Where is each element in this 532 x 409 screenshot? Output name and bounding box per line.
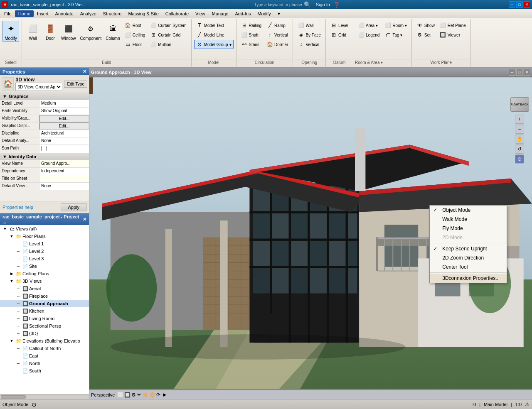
tree-floor-plans[interactable]: ▼ 📁 Floor Plans: [0, 233, 89, 240]
analyze-menu[interactable]: Analyze: [77, 10, 100, 17]
tree-kitchen[interactable]: ─ 🔲 Kitchen: [0, 307, 89, 315]
modify-menu[interactable]: Modify: [254, 10, 274, 17]
stairs-btn[interactable]: ⚯ Stairs: [239, 40, 264, 49]
by-face-btn[interactable]: ◈ By Face: [296, 30, 323, 39]
ctx-fly-mode[interactable]: Fly Mode: [430, 224, 507, 233]
graphic-displ-edit-btn[interactable]: Edit...: [39, 122, 89, 130]
tree-level1[interactable]: ─ 📄 Level 1: [0, 240, 89, 247]
window-btn[interactable]: ⬛ Window: [59, 21, 78, 42]
maximize-btn[interactable]: □: [516, 1, 523, 8]
shaft-btn[interactable]: ⬜ Shaft: [239, 30, 264, 39]
view-dropdown[interactable]: 3D View: Ground Ap: [15, 83, 62, 91]
file-menu[interactable]: File: [1, 10, 15, 17]
zoom-out-btn[interactable]: −: [515, 125, 524, 134]
graphics-section-header[interactable]: ▼ Graphics: [0, 93, 89, 100]
railing-btn[interactable]: ⊟ Railing: [239, 21, 264, 30]
pan-btn[interactable]: ✋: [515, 135, 524, 144]
model-group-dropdown[interactable]: ▾: [229, 42, 232, 47]
vp-icon3[interactable]: ⚙: [131, 392, 136, 398]
viewer-btn[interactable]: 🔲 Viewer: [438, 30, 468, 39]
ctx-2d-zoom-direction[interactable]: 2D Zoom Direction: [430, 253, 507, 262]
wall-btn[interactable]: ⬜ Wall: [25, 21, 41, 42]
tree-3d-views[interactable]: ▼ 📁 3D Views: [0, 277, 89, 285]
structure-menu[interactable]: Structure: [100, 10, 125, 17]
tree-north[interactable]: ─ 📄 North: [0, 360, 89, 367]
tree-site[interactable]: ─ 📄 Site: [0, 262, 89, 270]
tree-south[interactable]: ─ 📄 South: [0, 367, 89, 375]
tree-level3[interactable]: ─ 📄 Level 3: [0, 255, 89, 262]
default-view-value[interactable]: None: [39, 183, 89, 190]
tag-btn[interactable]: 🏷 Tag ▾: [382, 30, 409, 39]
tree-level2[interactable]: ─ 📄 Level 2: [0, 247, 89, 255]
legend-btn[interactable]: ⬜ Legend: [356, 30, 382, 39]
wall-opening-btn[interactable]: ⬜ Wall: [296, 21, 323, 30]
sun-path-checkbox[interactable]: [41, 146, 47, 151]
set-btn[interactable]: ⚙ Set: [414, 30, 437, 39]
tree-sectional-persp[interactable]: ─ 🔲 Sectional Persp: [0, 322, 89, 330]
addins-menu[interactable]: Add-Ins: [232, 10, 254, 17]
ceiling-btn[interactable]: ⬜ Ceiling: [123, 30, 148, 39]
sun-path-value[interactable]: [39, 145, 89, 153]
mullion-btn[interactable]: ⬜ Mullion: [148, 40, 188, 49]
tree-scrollbar[interactable]: [0, 394, 89, 399]
tree-elevations[interactable]: ▼ 📁 Elevations (Building Elevatio: [0, 337, 89, 345]
level-btn[interactable]: ⊟ Level: [328, 21, 350, 30]
room-area-dropdown[interactable]: ▾: [381, 60, 383, 65]
viewport-canvas[interactable]: RIGHT BACK + − ✋ ↺ ⊙ Object Mode Walk Mo…: [89, 76, 532, 390]
vertical-opening-btn[interactable]: ↕ Vertical: [296, 40, 323, 49]
room-btn[interactable]: ⬜ Room ▾: [382, 21, 409, 30]
tree-fireplace[interactable]: ─ 🔲 Fireplace: [0, 292, 89, 300]
tree-3d[interactable]: ─ 🔲 {3D}: [0, 330, 89, 337]
vp-icon5[interactable]: 🔅: [142, 392, 148, 398]
project-browser-close[interactable]: ✕: [83, 217, 86, 222]
roof-btn[interactable]: 🏠 Roof: [123, 21, 148, 30]
vp-icon1[interactable]: ⬜: [117, 392, 123, 398]
ribbon-toggle[interactable]: ▾: [276, 11, 282, 17]
tree-views-all[interactable]: ▼ 🗁 Views (all): [0, 225, 89, 233]
identity-section-header[interactable]: ▼ Identity Data: [0, 153, 89, 160]
ctx-object-mode[interactable]: Object Mode: [430, 206, 507, 215]
area-btn[interactable]: ⬜ Area ▾: [356, 21, 382, 30]
search-icon[interactable]: 🔍: [304, 1, 311, 8]
modify-btn[interactable]: ✦ Modify: [2, 21, 19, 42]
collaborate-menu[interactable]: Collaborate: [162, 10, 192, 17]
view-menu[interactable]: View: [192, 10, 209, 17]
vp-icon2[interactable]: 🔲: [124, 392, 131, 398]
vp-icon4[interactable]: ☀: [137, 392, 141, 398]
title-sheet-value[interactable]: [39, 175, 89, 182]
component-btn[interactable]: ⚙ Component: [79, 21, 103, 42]
tree-living-room[interactable]: ─ 🔲 Living Room: [0, 315, 89, 322]
grid-btn[interactable]: ⊞ Grid: [328, 30, 350, 39]
detail-level-value[interactable]: Medium: [39, 100, 89, 107]
dormer-btn[interactable]: 🏠 Dormer: [264, 40, 290, 49]
edit-type-button[interactable]: Edit Type: [64, 81, 87, 88]
curtain-system-btn[interactable]: ⬜ Curtain System: [148, 21, 188, 30]
annotate-menu[interactable]: Annotate: [52, 10, 77, 17]
help-btn[interactable]: ❓: [333, 2, 340, 8]
insert-menu[interactable]: Insert: [34, 10, 52, 17]
vp-icon7[interactable]: ⟳: [156, 392, 160, 398]
model-line-btn[interactable]: ╱ Model Line: [194, 30, 234, 39]
properties-help-link[interactable]: Properties help: [2, 205, 33, 210]
3d-nav-btn[interactable]: ⊙: [515, 154, 524, 164]
default-analy-value[interactable]: None: [39, 137, 89, 144]
ctx-keep-scene-upright[interactable]: Keep Scene Upright: [430, 244, 507, 253]
model-text-btn[interactable]: T Model Text: [194, 21, 234, 30]
parts-visibility-value[interactable]: Show Original: [39, 108, 89, 115]
tree-ground-approach[interactable]: ─ 🔲 Ground Approach: [0, 300, 89, 307]
tree-callout-north[interactable]: ─ 📄 Callout of North: [0, 345, 89, 352]
ctx-walk-mode[interactable]: Walk Mode: [430, 215, 507, 224]
rotate-btn[interactable]: ↺: [515, 144, 524, 154]
close-btn[interactable]: ✕: [524, 1, 530, 8]
tree-aerial[interactable]: ─ 🔲 Aerial: [0, 285, 89, 292]
ref-plane-btn[interactable]: ⬜ Ref Plane: [438, 21, 468, 30]
zoom-in-btn[interactable]: +: [515, 115, 524, 124]
discipline-value[interactable]: Architectural: [39, 130, 89, 137]
home-menu[interactable]: Home: [15, 10, 34, 17]
massing-menu[interactable]: Massing & Site: [125, 10, 162, 17]
tree-east[interactable]: ─ 📄 East: [0, 352, 89, 360]
floor-btn[interactable]: ▭ Floor: [123, 40, 148, 49]
minimize-btn[interactable]: ─: [509, 1, 515, 8]
viewport-restore[interactable]: □: [516, 69, 523, 76]
apply-button[interactable]: Apply: [61, 203, 86, 211]
